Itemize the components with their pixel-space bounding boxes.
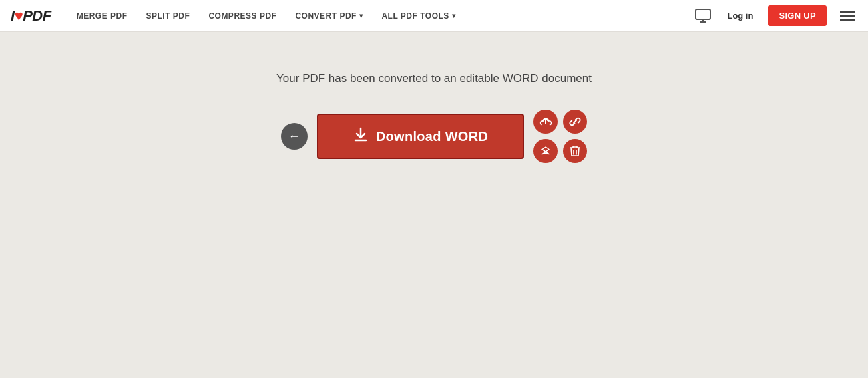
hamburger-line-1 <box>840 11 855 13</box>
hamburger-line-2 <box>840 15 855 17</box>
download-word-button[interactable]: Download WORD <box>317 114 524 159</box>
nav-all-pdf-tools[interactable]: ALL PDF TOOLS ▾ <box>372 0 465 32</box>
download-icon <box>353 127 368 146</box>
logo[interactable]: I♥PDF <box>11 7 51 25</box>
side-actions <box>533 110 587 163</box>
upload-cloud-button[interactable] <box>533 110 558 134</box>
nav-split-pdf[interactable]: SPLIT PDF <box>137 0 200 32</box>
download-word-label: Download WORD <box>376 129 488 144</box>
nav-right: Log in Sign up <box>694 5 857 26</box>
copy-link-button[interactable] <box>563 110 587 134</box>
success-message: Your PDF has been converted to an editab… <box>276 72 592 85</box>
logo-suffix: PDF <box>23 7 51 24</box>
login-button[interactable]: Log in <box>720 7 760 25</box>
convert-pdf-caret: ▾ <box>359 12 363 19</box>
logo-heart: ♥ <box>15 7 23 24</box>
nav-compress-pdf[interactable]: COMPRESS PDF <box>199 0 286 32</box>
logo-text: I♥PDF <box>11 7 51 25</box>
action-row: ← Download WORD <box>281 110 587 163</box>
side-actions-top-row <box>533 110 587 134</box>
navbar: I♥PDF MERGE PDF SPLIT PDF COMPRESS PDF C… <box>0 0 868 32</box>
hamburger-menu[interactable] <box>837 9 857 23</box>
signup-button[interactable]: Sign up <box>768 5 827 26</box>
nav-convert-pdf[interactable]: CONVERT PDF ▾ <box>286 0 372 32</box>
dropbox-button[interactable] <box>533 139 558 163</box>
svg-rect-0 <box>696 9 710 19</box>
back-button[interactable]: ← <box>281 123 308 150</box>
nav-merge-pdf[interactable]: MERGE PDF <box>67 0 137 32</box>
hamburger-line-3 <box>840 19 855 21</box>
delete-button[interactable] <box>563 139 587 163</box>
monitor-icon[interactable] <box>694 7 712 25</box>
main-content: Your PDF has been converted to an editab… <box>0 32 868 163</box>
all-tools-caret: ▾ <box>452 12 456 19</box>
side-actions-bottom-row <box>533 139 587 163</box>
nav-links: MERGE PDF SPLIT PDF COMPRESS PDF CONVERT… <box>67 0 694 32</box>
back-arrow-icon: ← <box>288 130 300 144</box>
